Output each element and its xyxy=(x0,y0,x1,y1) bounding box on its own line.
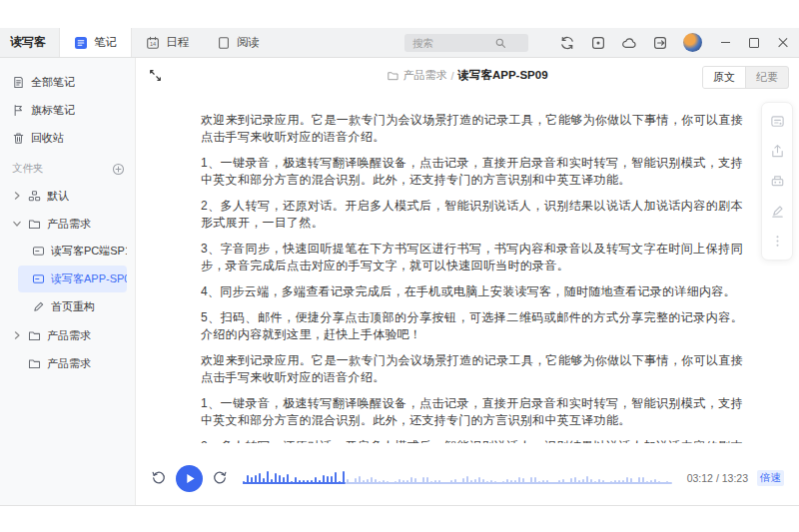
sidebar-folder-product-requirements-1[interactable]: 产品需求 xyxy=(0,210,135,238)
add-folder-icon[interactable] xyxy=(112,163,125,176)
paragraph[interactable]: 2、多人转写，还原对话。开启多人模式后，智能识别说话人，识别结果以说话人加说话内… xyxy=(201,438,743,443)
paragraph[interactable]: 1、一键录音，极速转写翻译唤醒设备，点击记录，直接开启录音和实时转写，智能识别模… xyxy=(201,155,743,189)
paragraph[interactable]: 欢迎来到记录应用。它是一款专门为会议场景打造的记录工具，它能够为你做以下事情，你… xyxy=(201,112,743,146)
flag-icon xyxy=(12,104,25,117)
play-button[interactable] xyxy=(176,465,203,492)
collapse-panel-icon[interactable] xyxy=(149,69,162,82)
sidebar-item-flagged-notes[interactable]: 旗标笔记 xyxy=(0,96,135,124)
waveform-baseline-played xyxy=(243,482,346,484)
tab-label: 日程 xyxy=(166,35,189,50)
pencil-icon xyxy=(32,300,45,313)
minimize-icon xyxy=(721,42,730,43)
playback-speed-button[interactable]: 倍速 xyxy=(757,470,784,486)
sidebar-note-homepage-refactor[interactable]: 首页重构 xyxy=(18,293,127,320)
chevron-right-icon xyxy=(12,191,22,201)
sidebar-folder-product-requirements-3[interactable]: 产品需求 xyxy=(0,349,135,377)
app-window: 读写客 笔记 14 日程 阅读 xyxy=(0,28,799,506)
titlebar-spacer xyxy=(274,28,404,57)
sidebar-item-label: 产品需求 xyxy=(47,356,91,371)
cloud-icon[interactable] xyxy=(621,35,637,51)
folder-icon xyxy=(28,329,41,342)
share-icon[interactable] xyxy=(770,144,785,159)
waveform-baseline-rest xyxy=(346,482,672,484)
sidebar-item-label: 全部笔记 xyxy=(31,75,75,90)
sidebar-note-app-sp09[interactable]: 读写客APP-SP09 xyxy=(18,266,127,292)
sidebar-item-label: 默认 xyxy=(47,189,69,204)
sync-icon[interactable] xyxy=(559,35,575,51)
chevron-down-icon xyxy=(12,219,22,229)
waveform[interactable] xyxy=(243,469,672,487)
sidebar-item-all-notes[interactable]: 全部笔记 xyxy=(0,68,135,96)
calendar-day-number: 14 xyxy=(150,41,156,47)
app-logo: 读写客 xyxy=(0,28,59,57)
titlebar: 读写客 笔记 14 日程 阅读 xyxy=(0,28,799,58)
transcript-text: 欢迎来到记录应用。它是一款专门为会议场景打造的记录工具，它能够为你做以下事情，你… xyxy=(201,112,743,443)
folder-icon xyxy=(28,218,41,231)
minimize-button[interactable] xyxy=(719,37,731,49)
group-icon xyxy=(28,190,41,203)
main-tabs: 笔记 14 日程 阅读 xyxy=(59,28,274,57)
sidebar-note-pc-sp10[interactable]: 读写客PC端SP10 xyxy=(18,238,127,265)
breadcrumb-separator: / xyxy=(450,70,453,82)
print-icon[interactable] xyxy=(770,174,785,189)
toggle-original-button[interactable]: 原文 xyxy=(703,67,746,88)
paragraph[interactable]: 2、多人转写，还原对话。开启多人模式后，智能识别说话人，识别结果以说话人加说话内… xyxy=(201,198,743,232)
toggle-summary-button[interactable]: 纪要 xyxy=(746,67,788,88)
skip-back-icon[interactable] xyxy=(151,470,167,486)
breadcrumb: 产品需求 / 读写客APP-SP09 xyxy=(387,68,547,83)
chevron-right-icon xyxy=(12,330,22,340)
audio-player: 03:12 / 13:23 倍速 xyxy=(151,463,784,493)
tab-schedule[interactable]: 14 日程 xyxy=(132,28,203,57)
skip-forward-icon[interactable] xyxy=(212,470,228,486)
tab-notes[interactable]: 笔记 xyxy=(59,28,132,57)
maximize-button[interactable] xyxy=(748,37,760,49)
note-content: 产品需求 / 读写客APP-SP09 原文 纪要 xyxy=(136,58,799,505)
folder-icon xyxy=(28,357,41,370)
sidebar-item-label: 旗标笔记 xyxy=(31,103,75,118)
play-icon xyxy=(185,473,196,484)
book-icon xyxy=(217,36,231,50)
folder-icon xyxy=(387,70,399,82)
search-input[interactable] xyxy=(410,36,494,50)
document-icon xyxy=(12,76,25,89)
search-box[interactable] xyxy=(404,34,528,52)
tab-reading[interactable]: 阅读 xyxy=(203,28,274,57)
main-area: 全部笔记 旗标笔记 回收站 文件夹 xyxy=(0,58,799,505)
search-icon xyxy=(494,37,506,49)
sidebar-item-label: 产品需求 xyxy=(47,217,91,232)
user-avatar[interactable] xyxy=(683,33,702,52)
calendar-icon: 14 xyxy=(146,36,160,50)
paragraph[interactable]: 欢迎来到记录应用。它是一款专门为会议场景打造的记录工具，它能够为你做以下事情，你… xyxy=(201,352,743,386)
desktop-background: 读写客 笔记 14 日程 阅读 xyxy=(0,0,799,532)
floating-toolbar xyxy=(761,102,793,261)
titlebar-actions xyxy=(404,28,799,57)
sidebar-item-label: 读写客PC端SP10 xyxy=(51,244,127,259)
chevron-spacer xyxy=(12,358,22,368)
paragraph[interactable]: 3、字音同步，快速回听提笔在下方书写区进行书写，书写内容和录音以及转写文字在时间… xyxy=(201,241,743,274)
paragraph[interactable]: 1、一键录音，极速转写翻译唤醒设备，点击记录，直接开启录音和实时转写，智能识别模… xyxy=(201,395,743,429)
notes-icon xyxy=(74,36,88,50)
sidebar-folder-default[interactable]: 默认 xyxy=(0,182,135,210)
marker-icon[interactable] xyxy=(770,204,785,219)
sidebar-item-label: 首页重构 xyxy=(51,299,95,314)
sidebar-folder-product-requirements-2[interactable]: 产品需求 xyxy=(0,321,135,349)
breadcrumb-folder[interactable]: 产品需求 xyxy=(402,68,446,83)
export-icon[interactable] xyxy=(652,35,668,51)
paragraph[interactable]: 5、扫码、邮件，便捷分享点击顶部的分享按钮，可选择二维码或邮件的方式分享完整的记… xyxy=(201,309,743,343)
playback-time: 03:12 / 13:23 xyxy=(687,472,748,484)
content-header: 产品需求 / 读写客APP-SP09 原文 纪要 xyxy=(136,58,799,94)
note-card-tool-icon[interactable] xyxy=(770,114,785,129)
view-toggle: 原文 纪要 xyxy=(702,66,789,89)
tab-label: 阅读 xyxy=(237,35,260,50)
page-title: 读写客APP-SP09 xyxy=(457,68,547,83)
floating-window-icon[interactable] xyxy=(590,35,606,51)
more-icon[interactable] xyxy=(770,234,785,249)
sidebar-item-label: 读写客APP-SP09 xyxy=(51,271,127,286)
close-icon xyxy=(778,38,788,48)
sidebar-item-trash[interactable]: 回收站 xyxy=(0,124,135,152)
note-card-icon xyxy=(32,272,45,285)
section-label: 文件夹 xyxy=(12,162,44,176)
tab-label: 笔记 xyxy=(94,35,117,50)
paragraph[interactable]: 4、同步云端，多端查看记录完成后，在手机或电脑上安装读写客，随时随地查看记录的详… xyxy=(201,283,743,300)
close-button[interactable] xyxy=(777,37,789,49)
